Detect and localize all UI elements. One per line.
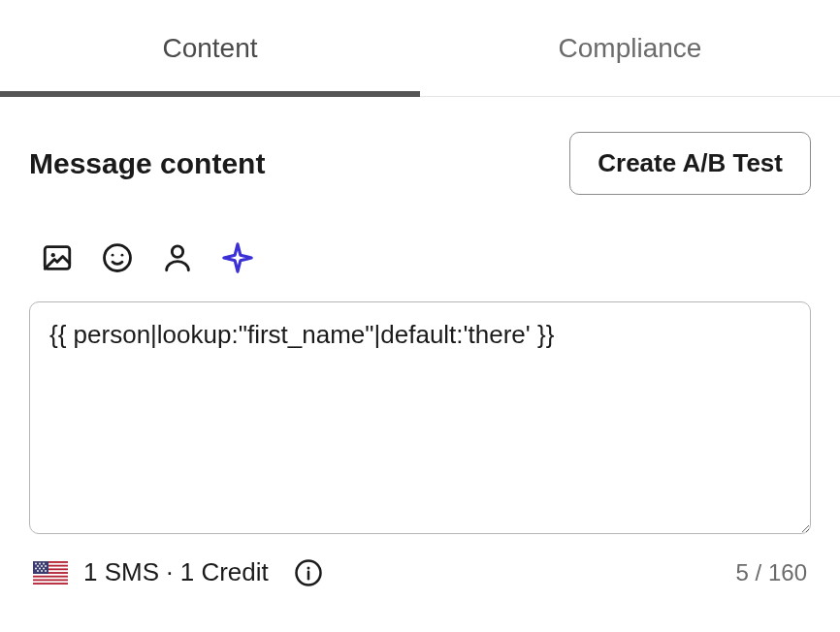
svg-point-24 — [41, 570, 43, 572]
image-icon[interactable] — [41, 241, 74, 274]
svg-point-2 — [105, 245, 131, 271]
svg-point-4 — [121, 254, 124, 257]
svg-point-27 — [307, 566, 309, 569]
svg-point-25 — [45, 570, 47, 572]
svg-rect-12 — [33, 581, 68, 583]
svg-point-3 — [112, 254, 114, 257]
svg-rect-10 — [33, 573, 68, 575]
footer-row: 1 SMS · 1 Credit 5 / 160 — [29, 557, 811, 587]
svg-point-5 — [172, 246, 182, 257]
us-flag-icon — [33, 561, 68, 585]
tab-content[interactable]: Content — [0, 0, 420, 96]
message-content-input[interactable] — [29, 301, 811, 534]
svg-point-1 — [51, 253, 55, 257]
character-count: 5 / 160 — [736, 559, 807, 586]
info-icon[interactable] — [294, 558, 323, 587]
footer-left: 1 SMS · 1 Credit — [33, 557, 323, 587]
page-title: Message content — [29, 147, 265, 180]
svg-point-21 — [39, 567, 41, 569]
svg-point-22 — [43, 567, 45, 569]
svg-point-16 — [43, 562, 45, 564]
svg-point-19 — [45, 565, 47, 567]
content-area: Message content Create A/B Test — [0, 97, 840, 587]
emoji-icon[interactable] — [101, 241, 134, 274]
svg-point-18 — [41, 565, 43, 567]
tab-content-label: Content — [162, 33, 257, 64]
sparkle-icon[interactable] — [221, 241, 254, 274]
svg-point-14 — [35, 562, 37, 564]
svg-point-23 — [37, 570, 39, 572]
tab-compliance[interactable]: Compliance — [420, 0, 840, 96]
svg-rect-11 — [33, 577, 68, 579]
header-row: Message content Create A/B Test — [29, 132, 811, 195]
person-icon[interactable] — [161, 241, 194, 274]
svg-point-15 — [39, 562, 41, 564]
tabs: Content Compliance — [0, 0, 840, 97]
editor-toolbar — [29, 241, 811, 274]
svg-point-17 — [37, 565, 39, 567]
tab-compliance-label: Compliance — [559, 33, 702, 64]
create-ab-test-button[interactable]: Create A/B Test — [569, 132, 811, 195]
sms-credit-label: 1 SMS · 1 Credit — [83, 557, 269, 587]
svg-point-20 — [35, 567, 37, 569]
